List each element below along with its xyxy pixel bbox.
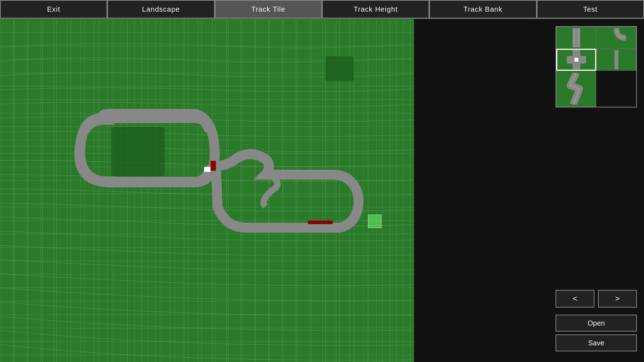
landscape-button[interactable]: Landscape <box>107 0 214 18</box>
tile-straight-vertical[interactable] <box>556 27 596 49</box>
prev-tile-button[interactable]: < <box>556 290 594 308</box>
navigation-arrows: < > <box>556 290 637 308</box>
main-content: < > Open Save <box>0 19 644 362</box>
tile-intersection[interactable] <box>556 49 596 71</box>
exit-button[interactable]: Exit <box>0 0 107 18</box>
svg-rect-42 <box>614 50 618 69</box>
svg-rect-40 <box>574 58 578 62</box>
svg-rect-30 <box>326 56 354 81</box>
track-tile-button[interactable]: Track Tile <box>215 0 322 18</box>
save-button[interactable]: Save <box>556 334 637 351</box>
right-panel: < > Open Save <box>414 19 644 362</box>
svg-rect-34 <box>573 28 574 47</box>
tile-chicane[interactable] <box>556 71 596 107</box>
next-tile-button[interactable]: > <box>598 290 637 308</box>
top-navigation: Exit Landscape Track Tile Track Height T… <box>0 0 644 19</box>
tile-curve[interactable] <box>596 27 636 49</box>
test-button[interactable]: Test <box>537 0 644 18</box>
file-buttons: Open Save <box>556 315 637 351</box>
tile-blank[interactable] <box>596 49 636 71</box>
tile-selector <box>556 26 637 107</box>
svg-rect-29 <box>111 127 165 176</box>
track-height-button[interactable]: Track Height <box>322 0 429 18</box>
track-drawing <box>0 19 414 362</box>
open-button[interactable]: Open <box>556 315 637 332</box>
svg-rect-35 <box>578 28 579 47</box>
track-editor-canvas[interactable] <box>0 19 414 362</box>
track-bank-button[interactable]: Track Bank <box>429 0 536 18</box>
svg-rect-31 <box>204 167 211 172</box>
